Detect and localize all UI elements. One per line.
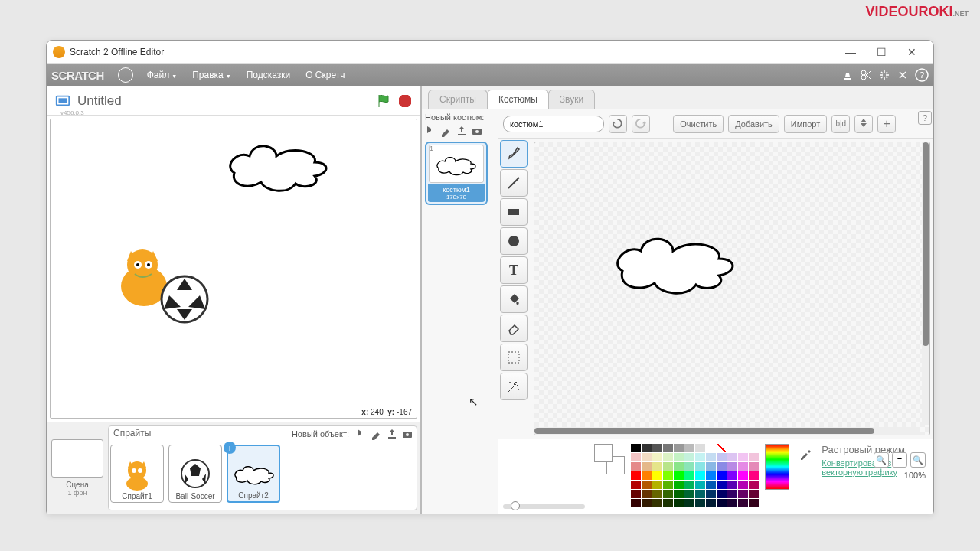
palette-cell[interactable] bbox=[738, 453, 748, 461]
flip-v-icon[interactable] bbox=[854, 115, 873, 133]
ellipse-tool[interactable] bbox=[500, 227, 528, 255]
palette-cell[interactable] bbox=[738, 490, 748, 498]
palette-cell[interactable] bbox=[652, 444, 662, 452]
palette-cell[interactable] bbox=[631, 499, 641, 507]
help-icon[interactable]: ? bbox=[915, 68, 929, 82]
palette-cell[interactable] bbox=[674, 462, 684, 471]
palette-cell[interactable] bbox=[684, 462, 694, 471]
select-tool[interactable] bbox=[500, 344, 528, 371]
palette-cell[interactable] bbox=[663, 453, 673, 461]
palette-cell[interactable] bbox=[642, 471, 652, 480]
canvas-scrollbar-h[interactable] bbox=[534, 427, 920, 435]
palette-cell[interactable] bbox=[684, 481, 694, 489]
palette-cell[interactable] bbox=[749, 462, 759, 471]
rect-tool[interactable] bbox=[500, 198, 528, 226]
stage-area[interactable]: x: 240 y: -167 bbox=[50, 119, 417, 419]
tab-costumes[interactable]: Костюмы bbox=[487, 90, 549, 109]
eyedropper-icon[interactable] bbox=[799, 447, 812, 461]
stamp-icon[interactable] bbox=[841, 69, 854, 81]
line-tool[interactable] bbox=[500, 169, 528, 197]
palette-cell[interactable] bbox=[717, 499, 727, 507]
palette-cell[interactable] bbox=[631, 444, 641, 452]
palette-cell[interactable] bbox=[642, 462, 652, 471]
canvas[interactable] bbox=[534, 142, 930, 435]
palette-cell[interactable] bbox=[738, 471, 748, 480]
flip-h-icon[interactable]: b|d bbox=[831, 115, 850, 133]
palette-cell[interactable] bbox=[684, 499, 694, 507]
sprite-item-1[interactable]: Спрайт1 bbox=[110, 445, 164, 503]
language-icon[interactable] bbox=[118, 67, 133, 83]
palette-cell[interactable] bbox=[631, 490, 641, 498]
clear-button[interactable]: Очистить bbox=[673, 115, 724, 133]
palette-cell[interactable] bbox=[642, 499, 652, 507]
palette-cell[interactable] bbox=[642, 481, 652, 489]
palette-cell[interactable] bbox=[727, 453, 737, 461]
camera-costume-icon[interactable] bbox=[471, 125, 483, 137]
palette-cell[interactable] bbox=[717, 490, 727, 498]
palette-cell[interactable] bbox=[695, 490, 705, 498]
fill-tool[interactable] bbox=[500, 285, 528, 313]
shrink-icon[interactable] bbox=[897, 69, 909, 81]
palette-cell[interactable] bbox=[727, 499, 737, 507]
zoom-in-button[interactable]: 🔍 bbox=[910, 452, 926, 468]
palette-cell[interactable] bbox=[684, 453, 694, 461]
palette-cell[interactable] bbox=[695, 462, 705, 471]
editor-help-button[interactable]: ? bbox=[918, 111, 932, 125]
palette-cell[interactable] bbox=[663, 462, 673, 471]
paint-sprite-icon[interactable] bbox=[371, 428, 383, 440]
zoom-reset-button[interactable]: = bbox=[892, 452, 907, 468]
palette-cell[interactable] bbox=[674, 481, 684, 489]
center-icon[interactable]: + bbox=[877, 115, 896, 133]
palette-cell[interactable] bbox=[631, 481, 641, 489]
palette-cell[interactable] bbox=[674, 444, 684, 452]
stop-button[interactable] bbox=[397, 93, 413, 109]
cloud-drawing[interactable] bbox=[603, 219, 756, 295]
palette-cell[interactable] bbox=[642, 444, 652, 452]
fg-swatch[interactable] bbox=[594, 444, 612, 462]
palette-cell[interactable] bbox=[695, 499, 705, 507]
palette-cell[interactable] bbox=[663, 444, 673, 452]
palette-cell[interactable] bbox=[652, 462, 662, 471]
palette-cell[interactable] bbox=[674, 453, 684, 461]
palette-cell[interactable] bbox=[631, 471, 641, 480]
palette-cell[interactable] bbox=[706, 481, 716, 489]
palette-cell[interactable] bbox=[684, 490, 694, 498]
eraser-tool[interactable] bbox=[500, 315, 528, 342]
palette-cell[interactable] bbox=[727, 471, 737, 480]
canvas-scrollbar-v[interactable] bbox=[922, 142, 929, 425]
project-title[interactable]: Untitled bbox=[77, 93, 370, 109]
palette-cell[interactable] bbox=[652, 490, 662, 498]
palette-cell[interactable] bbox=[706, 490, 716, 498]
palette-cell[interactable] bbox=[695, 481, 705, 489]
gradient-swatch[interactable] bbox=[765, 444, 789, 490]
palette-cell[interactable] bbox=[663, 481, 673, 489]
palette-cell[interactable] bbox=[727, 490, 737, 498]
palette-cell[interactable] bbox=[706, 499, 716, 507]
palette-cell[interactable] bbox=[674, 499, 684, 507]
palette-cell[interactable] bbox=[717, 481, 727, 489]
palette-cell[interactable] bbox=[652, 499, 662, 507]
upload-costume-icon[interactable] bbox=[456, 125, 468, 137]
menu-edit[interactable]: Правка bbox=[186, 67, 237, 83]
choose-costume-icon[interactable] bbox=[425, 125, 437, 137]
redo-button[interactable] bbox=[632, 115, 650, 133]
palette-cell[interactable] bbox=[738, 481, 748, 489]
cloud-sprite-on-stage[interactable] bbox=[219, 135, 349, 196]
text-tool[interactable]: T bbox=[500, 256, 528, 284]
camera-sprite-icon[interactable] bbox=[401, 428, 413, 440]
tab-sounds[interactable]: Звуки bbox=[548, 90, 595, 109]
palette-cell[interactable] bbox=[717, 471, 727, 480]
palette-cell[interactable] bbox=[652, 471, 662, 480]
palette-cell[interactable] bbox=[738, 499, 748, 507]
palette-cell[interactable] bbox=[749, 471, 759, 480]
scissors-icon[interactable] bbox=[860, 69, 872, 81]
grow-icon[interactable] bbox=[878, 69, 890, 81]
sprite-item-ball[interactable]: Ball-Soccer bbox=[168, 445, 222, 503]
palette-cell[interactable] bbox=[652, 481, 662, 489]
brush-size-slider[interactable] bbox=[503, 504, 585, 509]
choose-sprite-icon[interactable] bbox=[355, 428, 368, 440]
palette-cell[interactable] bbox=[631, 462, 641, 471]
palette-cell[interactable] bbox=[738, 462, 748, 471]
palette-cell[interactable] bbox=[663, 471, 673, 480]
menu-about[interactable]: О Скретч bbox=[299, 67, 351, 83]
